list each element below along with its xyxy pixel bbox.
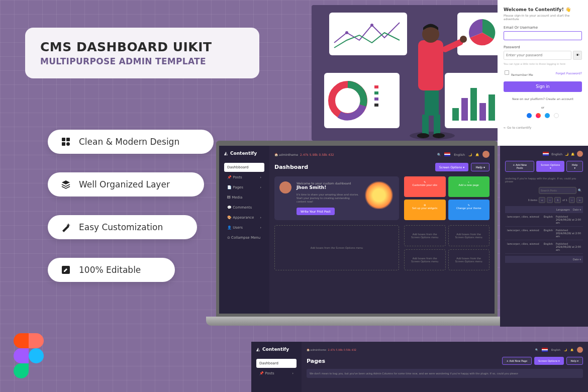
password-eye-icon[interactable]: 👁 [573, 51, 582, 60]
home-icon[interactable]: 🏠 [274, 153, 278, 156]
bell-icon[interactable]: 🔔 [570, 348, 573, 351]
stats-text: 2.47k 5.98k 0.58k 432 [300, 153, 334, 156]
posts-panel: English 🌙 🔔 + Add New Posts Screen Optio… [500, 146, 588, 327]
welcome-desc: It's time to share your amazing ideas an… [297, 193, 359, 204]
pager-current[interactable]: 1 [554, 197, 561, 203]
feature-text-1: Clean & Modern Design [79, 137, 179, 147]
welcome-name: Jhon Smith! [297, 185, 359, 190]
col-date-footer[interactable]: Date ▾ [573, 258, 581, 261]
edit-icon [60, 264, 71, 275]
dropzone-large[interactable]: Add boxes from the Screen Options menu [274, 225, 399, 270]
promo-title-card: CMS DASHBOARD UIKIT MULTIPURPOSE ADMIN T… [25, 28, 259, 78]
brand-logo[interactable]: ◭Contentify [256, 347, 297, 352]
google-icon[interactable] [554, 113, 559, 118]
screen-options-button[interactable]: Screen Options ▾ [536, 161, 564, 172]
svg-point-32 [433, 133, 445, 138]
plugin-hint: ondering if you're happy with the plugin… [505, 177, 583, 183]
nav-posts[interactable]: 📌 Posts› [224, 173, 264, 182]
pager-last[interactable]: » [576, 197, 583, 203]
nav-pages[interactable]: 📄 Pages› [224, 183, 264, 192]
table-row[interactable]: lamcorper, cilies, wismodEnglishPublishe… [505, 240, 583, 254]
flag-icon [444, 152, 450, 156]
signin-button[interactable]: Sign in [504, 81, 582, 92]
screen-options-button[interactable]: Screen Options ▾ [435, 163, 469, 171]
table-row[interactable]: lamcorper, cilies, wismodEnglishPublishe… [505, 213, 583, 227]
add-new-page-button[interactable]: + Add New Page [502, 357, 532, 365]
bell-icon[interactable]: 🔔 [475, 153, 479, 156]
language-select[interactable]: English [454, 153, 465, 156]
nav-media[interactable]: 🖼 Media [224, 193, 264, 202]
moon-icon[interactable]: 🌙 [565, 152, 568, 156]
dropzone-small[interactable]: Add boxes from the Screen Options menu [448, 225, 490, 246]
pager-first[interactable]: « [539, 197, 545, 203]
nav-posts[interactable]: 📌 Posts› [256, 369, 297, 378]
instagram-icon[interactable] [536, 113, 541, 118]
password-input[interactable] [504, 51, 571, 60]
search-icon[interactable]: 🔍 [437, 153, 441, 156]
create-account-link[interactable]: New on our platform? Create an account [504, 97, 582, 101]
search-posts-input[interactable] [539, 187, 576, 194]
nav-comments[interactable]: 💬 Comments [224, 203, 264, 212]
avatar[interactable] [577, 151, 583, 157]
dropzone-small[interactable]: Add boxes from the Screen Options menu [404, 225, 446, 246]
tile-theme[interactable]: ✎Change your theme [448, 200, 490, 220]
pager-prev[interactable]: ‹ [547, 197, 553, 203]
user-avatar [279, 181, 291, 193]
svg-rect-3 [66, 142, 70, 146]
add-new-posts-button[interactable]: + Add New Posts [505, 161, 534, 172]
flag-icon [543, 152, 549, 156]
promo-subtitle: MULTIPURPOSE ADMIN TEMPLATE [40, 56, 212, 66]
write-post-button[interactable]: Write Your Frist Post [297, 208, 335, 215]
dropzone-small[interactable]: Add boxes from the Screen Options menu [404, 249, 446, 270]
facebook-icon[interactable] [527, 113, 532, 118]
svg-rect-0 [62, 138, 65, 141]
screen-options-button[interactable]: Screen Options ▾ [534, 357, 563, 365]
dropzone-small[interactable]: Add boxes from the Screen Options menu [448, 249, 490, 270]
tile-customize[interactable]: ✎Customize your site [404, 176, 446, 197]
help-button[interactable]: Help ▾ [566, 357, 583, 365]
nav-appearance[interactable]: 🎨 Appearance› [224, 213, 264, 222]
moon-icon[interactable]: 🌙 [564, 348, 567, 351]
nav-users[interactable]: 👤 Users› [224, 223, 264, 232]
nav-dashboard[interactable]: Dashbboard [224, 163, 264, 172]
help-button[interactable]: Help ▾ [566, 161, 583, 172]
back-link[interactable]: ← Go to contentify [504, 126, 582, 129]
email-input[interactable] [504, 31, 582, 40]
figma-logo-icon [14, 333, 44, 378]
remember-checkbox[interactable]: Remember Me [504, 69, 533, 76]
page-title: Dashboard [274, 164, 308, 170]
bell-icon[interactable]: 🔔 [571, 152, 574, 156]
svg-rect-6 [329, 13, 407, 55]
brand-logo[interactable]: ◭Contentify [224, 151, 264, 156]
pager-next[interactable]: › [569, 197, 575, 203]
help-button[interactable]: Help ▾ [471, 163, 489, 171]
signin-title: Welcome to Contentify! 👋 [504, 7, 582, 12]
avatar[interactable] [577, 347, 583, 353]
layers-icon [60, 179, 71, 190]
avatar[interactable] [482, 151, 489, 158]
tile-widgets[interactable]: ⚙Set up your widgets [404, 200, 446, 220]
forgot-password-link[interactable]: Forgot Password? [556, 71, 582, 75]
or-divider: or [504, 106, 582, 109]
moon-icon[interactable]: 🌙 [468, 153, 472, 156]
home-icon[interactable]: 🏠 [307, 348, 310, 351]
twitter-icon[interactable] [545, 113, 550, 118]
svg-point-23 [410, 132, 455, 140]
search-icon[interactable]: 🔍 [576, 187, 583, 194]
table-row[interactable]: lamcorper, cilies, wismodEnglishPublishe… [505, 227, 583, 240]
col-date[interactable]: Date ▾ [573, 208, 581, 211]
svg-rect-17 [452, 108, 459, 121]
col-lang[interactable]: Languages [556, 208, 570, 211]
svg-rect-15 [374, 104, 378, 107]
svg-rect-30 [434, 115, 440, 136]
language-select[interactable]: English [551, 152, 562, 156]
breadcrumb[interactable]: admintheme [279, 153, 298, 156]
nav-collapse[interactable]: ⊙ Collampse Menu [224, 233, 264, 242]
nav-dashboard[interactable]: Dashboard [256, 359, 297, 368]
tile-add-page[interactable]: ＋Add a new page [448, 176, 490, 197]
illustration-panel [312, 5, 513, 141]
search-icon[interactable]: 🔍 [535, 348, 538, 351]
svg-rect-24 [425, 88, 439, 116]
chevron-right-icon: › [260, 216, 261, 220]
svg-rect-19 [470, 88, 477, 121]
